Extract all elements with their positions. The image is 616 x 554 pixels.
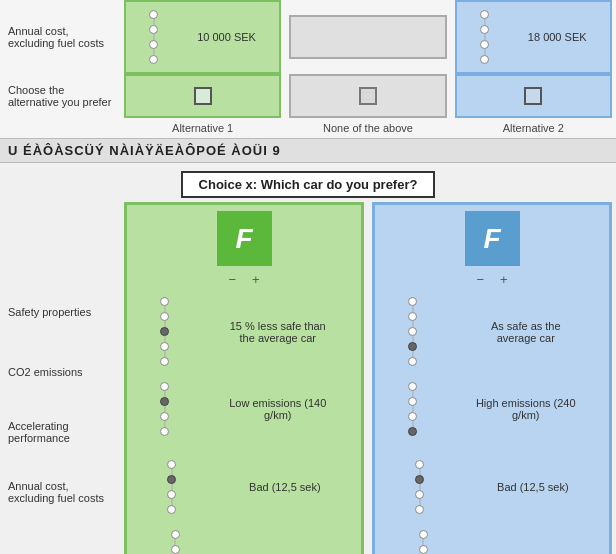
alt2-car-icon: F xyxy=(465,211,520,266)
vdot-2[interactable] xyxy=(171,545,180,554)
alt2-accel-slider[interactable] xyxy=(415,456,424,518)
vdot-2[interactable] xyxy=(408,312,417,321)
attr-label-co2: CO2 emissions xyxy=(0,342,120,402)
top-alt2-slider xyxy=(480,6,489,68)
vdot-1[interactable] xyxy=(415,460,424,469)
vdot-1[interactable] xyxy=(408,382,417,391)
car-icon-spacer xyxy=(0,202,120,282)
alt1-co2-slider[interactable] xyxy=(160,378,169,440)
attr-label-accel: Accelerating performance xyxy=(0,402,120,462)
top-alt1-cost-cell: 10 000 SEK xyxy=(124,0,281,74)
vdot-4[interactable] xyxy=(160,427,169,436)
vdot-2[interactable] xyxy=(419,545,428,554)
annual-cost-top-label: Annual cost, excluding fuel costs xyxy=(0,21,120,53)
vdot-2[interactable] xyxy=(160,397,169,406)
alt1-car-icon: F xyxy=(217,211,272,266)
vdot xyxy=(480,40,489,49)
vdot-3[interactable] xyxy=(160,412,169,421)
alt1-co2-text: Low emissions (140 g/km) xyxy=(228,397,328,421)
header-text: U ÉÀÔÀSCÜÝ NÀIÀŸÄEÀÔPOÉ ÀOÜI 9 xyxy=(8,143,281,158)
alt2-header: F − + xyxy=(375,205,609,293)
vdot-2[interactable] xyxy=(415,475,424,484)
alt1-column: F − + 15 % less safe than the average ca… xyxy=(124,202,364,554)
alt2-plus[interactable]: + xyxy=(500,272,508,287)
vdot xyxy=(149,55,158,64)
alt1-cost-slider[interactable] xyxy=(171,526,180,554)
vdot-4[interactable] xyxy=(167,505,176,514)
alt2-safety-text: As safe as the average car xyxy=(476,320,576,344)
alt2-safety-attr: As safe as the average car xyxy=(375,293,609,371)
alt2-label-top: Alternative 2 xyxy=(455,120,612,136)
vdot-1[interactable] xyxy=(408,297,417,306)
vdot-3[interactable] xyxy=(160,327,169,336)
top-alt2-cost-cell: 18 000 SEK xyxy=(455,0,612,74)
top-choose-blue[interactable] xyxy=(455,74,612,118)
left-labels: Safety properties CO2 emissions Accelera… xyxy=(0,202,120,554)
alt1-cost-attr: 40 000 SEK xyxy=(127,526,361,555)
top-none-cost-cell xyxy=(289,15,446,59)
vdot-1[interactable] xyxy=(160,297,169,306)
vdot-3[interactable] xyxy=(408,412,417,421)
vdot-5[interactable] xyxy=(160,357,169,366)
vdot-3[interactable] xyxy=(167,490,176,499)
top-choose-label: Choose the alternative you prefer xyxy=(0,80,120,112)
choice-title: Choice x: Which car do you prefer? xyxy=(199,177,418,192)
vdot xyxy=(480,10,489,19)
vdot-4[interactable] xyxy=(408,342,417,351)
alt2-safety-slider[interactable] xyxy=(408,293,417,370)
vdot-2[interactable] xyxy=(408,397,417,406)
top-choose-row: Choose the alternative you prefer xyxy=(0,74,616,118)
vdot xyxy=(149,25,158,34)
vdot xyxy=(149,10,158,19)
alt2-accel-attr: Bad (12,5 sek) xyxy=(375,448,609,526)
alt1-accel-text: Bad (12,5 sek) xyxy=(249,481,321,493)
header-band: U ÉÀÔÀSCÜÝ NÀIÀŸÄEÀÔPOÉ ÀOÜI 9 xyxy=(0,138,616,163)
vdot-1[interactable] xyxy=(160,382,169,391)
alt1-plus[interactable]: + xyxy=(252,272,260,287)
top-none-checkbox[interactable] xyxy=(359,87,377,105)
choice-title-row: Choice x: Which car do you prefer? xyxy=(0,163,616,202)
vdot xyxy=(149,40,158,49)
vdot-1[interactable] xyxy=(167,460,176,469)
alt1-header: F − + xyxy=(127,205,361,293)
top-choose-none[interactable] xyxy=(289,74,446,118)
vdot-5[interactable] xyxy=(408,357,417,366)
alt2-cost-slider[interactable] xyxy=(419,526,428,554)
vdot-1[interactable] xyxy=(171,530,180,539)
vdot-4[interactable] xyxy=(415,505,424,514)
vdot-3[interactable] xyxy=(408,327,417,336)
alt1-accel-slider[interactable] xyxy=(167,456,176,518)
alt1-co2-attr: Low emissions (140 g/km) xyxy=(127,371,361,449)
vdot-3[interactable] xyxy=(415,490,424,499)
alt1-minus[interactable]: − xyxy=(228,272,236,287)
alt-label-spacer xyxy=(0,120,120,136)
alt2-car-letter: F xyxy=(483,223,500,255)
vdot-1[interactable] xyxy=(419,530,428,539)
vdot xyxy=(480,25,489,34)
top-alt2-cost-value: 18 000 SEK xyxy=(528,31,587,43)
top-alt1-checkbox[interactable] xyxy=(194,87,212,105)
alt1-label-top: Alternative 1 xyxy=(124,120,281,136)
top-alt2-checkbox[interactable] xyxy=(524,87,542,105)
alt1-safety-slider[interactable] xyxy=(160,293,169,370)
vdot-2[interactable] xyxy=(160,312,169,321)
alt2-mp-controls: − + xyxy=(476,270,507,289)
vdot xyxy=(480,55,489,64)
vdot-2[interactable] xyxy=(167,475,176,484)
top-none-cost-value xyxy=(366,31,369,43)
vdot-4[interactable] xyxy=(408,427,417,436)
top-alt1-slider xyxy=(149,6,158,68)
top-choose-green[interactable] xyxy=(124,74,281,118)
vdot-4[interactable] xyxy=(160,342,169,351)
alt2-column: F − + As safe as the average car xyxy=(372,202,612,554)
alt-labels-top: Alternative 1 None of the above Alternat… xyxy=(0,118,616,138)
alt1-safety-text: 15 % less safe than the average car xyxy=(228,320,328,344)
alt2-minus[interactable]: − xyxy=(476,272,484,287)
alt2-cost-attr: 27 000 SEK xyxy=(375,526,609,555)
alt1-safety-attr: 15 % less safe than the average car xyxy=(127,293,361,371)
main-columns: Safety properties CO2 emissions Accelera… xyxy=(0,202,616,554)
top-alt1-cost-value: 10 000 SEK xyxy=(197,31,256,43)
alt2-co2-attr: High emissions (240 g/km) xyxy=(375,371,609,449)
alt2-co2-slider[interactable] xyxy=(408,378,417,440)
alt2-accel-text: Bad (12,5 sek) xyxy=(497,481,569,493)
